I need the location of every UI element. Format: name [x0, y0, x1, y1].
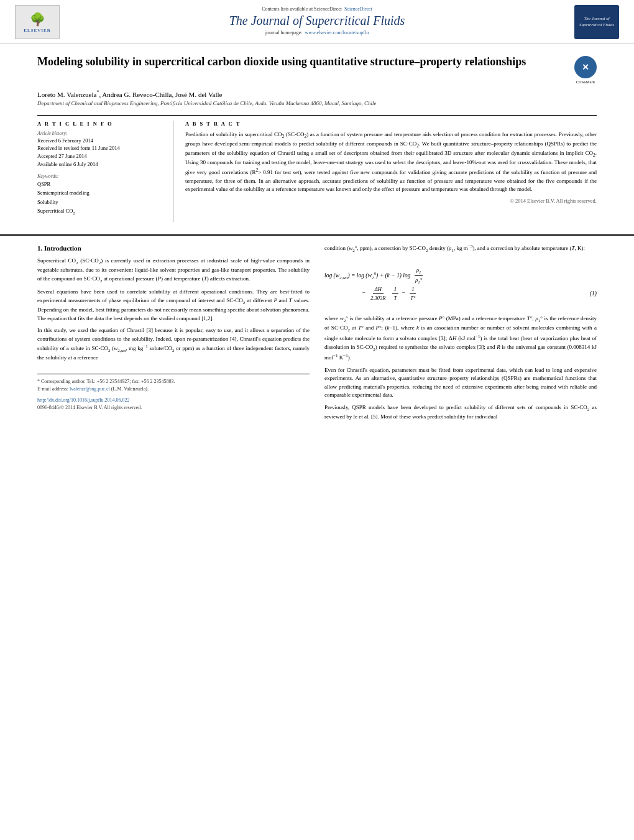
section1-heading: 1. Introduction: [37, 243, 310, 254]
author-jose: José M. del Valle: [175, 91, 223, 98]
eq-fraction-3: 1 T°: [408, 285, 417, 302]
article-title-row: Modeling solubility in supercritical car…: [37, 55, 597, 85]
article-area: Modeling solubility in supercritical car…: [0, 44, 634, 228]
author-line: Loreto M. Valenzuela*, Andrea G. Reveco-…: [37, 90, 597, 98]
eq-fraction-1: ρ1 ρ1°: [413, 266, 424, 285]
article-history: Article history: Received 6 February 201…: [37, 131, 162, 168]
abstract-label: A B S T R A C T: [185, 121, 597, 127]
revised-date: Received in revised form 11 June 2014: [37, 144, 162, 152]
journal-ref-line: Contents lists available at ScienceDirec…: [68, 6, 566, 12]
body-para-1: Supercritical CO2 (SC-CO2) is currently …: [37, 257, 310, 284]
equation-1: log (w2,sat) = log (w2°) + (k − 1) log ρ…: [324, 260, 597, 308]
issn-line: 0896-8446/© 2014 Elsevier B.V. All right…: [37, 404, 310, 412]
homepage-label: journal homepage:: [265, 30, 303, 35]
journal-logo-right: The Journal of Supercritical Fluids: [572, 5, 622, 39]
body-right-para-2: where w2° is the solubility at a referen…: [324, 315, 597, 362]
doi-link[interactable]: http://dx.doi.org/10.1016/j.supflu.2014.…: [37, 397, 130, 403]
homepage-url[interactable]: www.elsevier.com/locate/supflu: [305, 30, 369, 35]
header-center: Contents lists available at ScienceDirec…: [68, 5, 566, 35]
crossmark-icon: ✕: [574, 56, 597, 78]
eq-2303R: 2.303R: [369, 294, 387, 302]
sciencedirect-link[interactable]: ScienceDirect: [344, 6, 372, 12]
elsevier-logo: 🌳 ELSEVIER: [12, 5, 62, 39]
crossmark-label: CrossMark: [574, 80, 597, 85]
easy-word: easy: [206, 327, 216, 333]
eq-fraction-2: ΔH 2.303R: [369, 285, 387, 302]
abstract-text: Prediction of solubility in supercritica…: [185, 131, 597, 194]
email-link[interactable]: lvalenzr@ing.puc.cl: [70, 386, 110, 392]
article-info-abstract: A R T I C L E I N F O Article history: R…: [37, 115, 597, 222]
author-loreto: Loreto M. Valenzuela*: [37, 91, 99, 98]
article-info-col: A R T I C L E I N F O Article history: R…: [37, 121, 174, 222]
eq-numerator: ρ1: [415, 266, 423, 276]
footnote-area: * Corresponding author. Tel.: +56 2 2354…: [37, 374, 310, 412]
body-para-2: Several equations have been used to corr…: [37, 288, 310, 323]
abstract-col: A B S T R A C T Prediction of solubility…: [174, 121, 597, 222]
body-para-3: In this study, we used the equation of C…: [37, 326, 310, 362]
eq-parenthetical: 1 T: [392, 285, 399, 302]
doi-line: http://dx.doi.org/10.1016/j.supflu.2014.…: [37, 397, 310, 404]
author-andrea: Andrea G. Reveco-Chilla: [102, 91, 172, 98]
keywords-label: Keywords:: [37, 173, 162, 179]
body-right-para-4: Previously, QSPR models have been develo…: [324, 404, 597, 422]
accepted-date: Accepted 27 June 2014: [37, 152, 162, 160]
two-col-body: 1. Introduction Supercritical CO2 (SC-CO…: [37, 243, 597, 425]
eq-denominator: ρ1°: [413, 276, 424, 285]
body-right-para-3: Even for Chrastil's equation, parameters…: [324, 366, 597, 400]
footnote-email: E-mail address: lvalenzr@ing.puc.cl (L.M…: [37, 385, 310, 393]
footnote-star: * Corresponding author. Tel.: +56 2 2354…: [37, 378, 310, 385]
equation-text: log (w2,sat) = log (w2°) + (k − 1) log ρ…: [324, 264, 597, 305]
eq-line-1: log (w2,sat) = log (w2°) + (k − 1) log ρ…: [324, 266, 597, 285]
email-label: E-mail address:: [37, 386, 68, 392]
elsevier-tree-icon: 🌳: [30, 12, 45, 27]
contents-line: Contents lists available at ScienceDirec…: [262, 6, 342, 12]
right-logo-text: The Journal of Supercritical Fluids: [574, 16, 619, 27]
available-date: Available online 6 July 2014: [37, 160, 162, 168]
right-logo-box: The Journal of Supercritical Fluids: [574, 5, 619, 39]
keyword-2: Semiempirical modeling: [37, 188, 162, 197]
eq-line-2: − ΔH 2.303R 1: [324, 285, 597, 302]
keyword-4: Supercritical CO2: [37, 206, 162, 217]
body-right-para-1: condition (w2°, ppm), a correction by SC…: [324, 243, 597, 254]
body-col-left: 1. Introduction Supercritical CO2 (SC-CO…: [37, 243, 310, 425]
keywords-list: QSPR Semiempirical modeling Solubility S…: [37, 180, 162, 217]
main-body: 1. Introduction Supercritical CO2 (SC-CO…: [0, 234, 634, 438]
article-title: Modeling solubility in supercritical car…: [37, 55, 568, 69]
keyword-1: QSPR: [37, 180, 162, 188]
page-wrapper: 🌳 ELSEVIER Contents lists available at S…: [0, 0, 634, 840]
eq-deltaH: ΔH: [373, 285, 384, 294]
keyword-3: Solubility: [37, 198, 162, 206]
article-info-label: A R T I C L E I N F O: [37, 121, 162, 127]
journal-title: The Journal of Supercritical Fluids: [68, 14, 566, 28]
crossmark-badge: ✕ CrossMark: [574, 56, 597, 85]
email-suffix: (L.M. Valenzuela).: [111, 386, 149, 392]
eq-number: (1): [590, 289, 597, 298]
received-date: Received 6 February 2014: [37, 137, 162, 145]
keywords-group: Keywords: QSPR Semiempirical modeling So…: [37, 173, 162, 217]
journal-homepage-line: journal homepage: www.elsevier.com/locat…: [68, 30, 566, 35]
affiliation-line: Department of Chemical and Bioprocess En…: [37, 100, 597, 106]
journal-header: 🌳 ELSEVIER Contents lists available at S…: [0, 0, 634, 44]
copyright-line: © 2014 Elsevier B.V. All rights reserved…: [185, 198, 597, 204]
elsevier-label: ELSEVIER: [24, 28, 50, 33]
body-col-right: condition (w2°, ppm), a correction by SC…: [324, 243, 597, 425]
history-label: Article history:: [37, 131, 162, 136]
